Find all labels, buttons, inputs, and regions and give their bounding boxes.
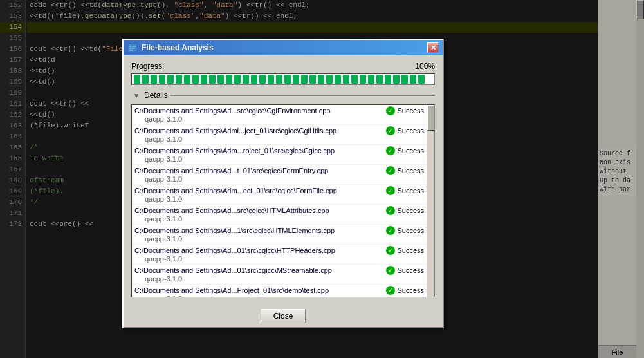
list-item: C:\Documents and Settings\Ad...1\src\cgi… (132, 225, 427, 245)
list-item: C:\Documents and Settings\Ad...src\cgicc… (132, 105, 427, 125)
dialog-close-button[interactable]: ✕ (427, 42, 439, 53)
status-text: Success (397, 227, 424, 234)
details-section: ▼ Details (131, 90, 435, 100)
progress-segment (393, 75, 400, 84)
file-path: C:\Documents and Settings\Ad...Project_0… (134, 287, 386, 294)
dialog-titlebar[interactable]: File-based Analysis ✕ (124, 40, 443, 55)
file-status: ✓Success (386, 126, 424, 135)
file-status: ✓Success (386, 206, 424, 215)
success-icon: ✓ (386, 206, 395, 215)
file-path: C:\Documents and Settings\Ad...01\src\cg… (134, 247, 386, 254)
file-path: C:\Documents and Settings\Ad...01\src\cg… (134, 267, 386, 274)
list-item: C:\Documents and Settings\Ad...01\src\cg… (132, 265, 427, 285)
progress-segment (385, 75, 391, 84)
success-icon: ✓ (386, 286, 395, 295)
file-list-container[interactable]: C:\Documents and Settings\Ad...src\cgicc… (131, 104, 435, 297)
file-path-row: C:\Documents and Settings\Adm...roject_0… (134, 146, 424, 155)
progress-segment (309, 75, 316, 84)
file-version: qacpp-3.1.0 (134, 175, 424, 183)
progress-segment (268, 75, 274, 84)
progress-segment (226, 75, 232, 84)
file-status: ✓Success (386, 186, 424, 195)
progress-segment (376, 75, 383, 84)
dialog-title: File-based Analysis (142, 43, 427, 52)
file-path-row: C:\Documents and Settings\Ad...01\src\cg… (134, 266, 424, 275)
status-text: Success (397, 267, 424, 274)
file-path-row: C:\Documents and Settings\Ad...t_01\src\… (134, 166, 424, 175)
progress-segment (401, 75, 408, 84)
file-path-row: C:\Documents and Settings\Admi...ject_01… (134, 126, 424, 135)
file-status: ✓Success (386, 166, 424, 175)
file-path: C:\Documents and Settings\Adm...roject_0… (134, 147, 386, 155)
scrollbar-thumb[interactable] (427, 105, 434, 131)
details-divider (170, 95, 435, 96)
analysis-dialog: File-based Analysis ✕ Progress: 100% (122, 39, 444, 328)
close-button[interactable]: Close (261, 309, 306, 323)
details-expand-icon[interactable]: ▼ (131, 90, 142, 100)
file-path: C:\Documents and Settings\Adm...ect_01\s… (134, 187, 386, 194)
progress-segment (251, 75, 257, 84)
file-list-scroll[interactable]: C:\Documents and Settings\Ad...src\cgicc… (132, 105, 427, 297)
status-text: Success (397, 287, 424, 294)
file-version: qacpp-3.1.0 (134, 275, 424, 283)
progress-label-row: Progress: 100% (131, 62, 435, 71)
progress-segment (142, 75, 149, 84)
svg-rect-1 (129, 46, 136, 47)
file-status: ✓Success (386, 146, 424, 155)
details-label: Details (144, 91, 168, 100)
progress-segment (326, 75, 333, 84)
success-icon: ✓ (386, 146, 395, 155)
status-text: Success (397, 127, 424, 135)
file-path-row: C:\Documents and Settings\Ad...Project_0… (134, 286, 424, 295)
progress-segment (301, 75, 308, 84)
success-icon: ✓ (386, 166, 395, 175)
file-path: C:\Documents and Settings\Ad...1\src\cgi… (134, 227, 386, 234)
progress-segment (284, 75, 291, 84)
list-item: C:\Documents and Settings\Ad...Project_0… (132, 285, 427, 297)
status-text: Success (397, 147, 424, 155)
list-item: C:\Documents and Settings\Ad...t_01\src\… (132, 165, 427, 185)
modal-overlay: File-based Analysis ✕ Progress: 100% (0, 0, 644, 358)
file-path: C:\Documents and Settings\Ad...src\cgicc… (134, 207, 386, 214)
progress-segment (410, 75, 416, 84)
analysis-icon (127, 42, 138, 53)
file-version: qacpp-3.1.0 (134, 295, 424, 297)
success-icon: ✓ (386, 266, 395, 275)
list-item: C:\Documents and Settings\Ad...01\src\cg… (132, 245, 427, 265)
success-icon: ✓ (386, 246, 395, 255)
progress-label: Progress: (131, 62, 164, 71)
svg-rect-2 (129, 48, 134, 49)
file-version: qacpp-3.1.0 (134, 115, 424, 123)
progress-segment (335, 75, 341, 84)
file-status: ✓Success (386, 286, 424, 295)
list-item: C:\Documents and Settings\Ad...src\cgicc… (132, 205, 427, 225)
progress-segment (418, 75, 425, 84)
status-text: Success (397, 167, 424, 174)
file-path: C:\Documents and Settings\Admi...ject_01… (134, 127, 386, 135)
file-status: ✓Success (386, 246, 424, 255)
status-text: Success (397, 107, 424, 115)
success-icon: ✓ (386, 226, 395, 235)
progress-segment (360, 75, 366, 84)
file-version: qacpp-3.1.0 (134, 155, 424, 163)
progress-segment (167, 75, 174, 84)
file-path-row: C:\Documents and Settings\Ad...src\cgicc… (134, 106, 424, 115)
file-version: qacpp-3.1.0 (134, 215, 424, 223)
progress-segment (368, 75, 374, 84)
file-list-scrollbar[interactable] (427, 105, 434, 297)
file-status: ✓Success (386, 266, 424, 275)
dialog-body: Progress: 100% (124, 55, 443, 304)
progress-segment (243, 75, 249, 84)
progress-segment (318, 75, 324, 84)
file-path-row: C:\Documents and Settings\Ad...1\src\cgi… (134, 226, 424, 235)
status-text: Success (397, 207, 424, 214)
status-text: Success (397, 187, 424, 194)
file-status: ✓Success (386, 226, 424, 235)
progress-segment (343, 75, 349, 84)
progress-segment (217, 75, 224, 84)
dialog-footer: Close (124, 304, 443, 327)
success-icon: ✓ (386, 186, 395, 195)
file-path: C:\Documents and Settings\Ad...src\cgicc… (134, 107, 386, 115)
list-item: C:\Documents and Settings\Adm...roject_0… (132, 145, 427, 165)
progress-segment (201, 75, 207, 84)
